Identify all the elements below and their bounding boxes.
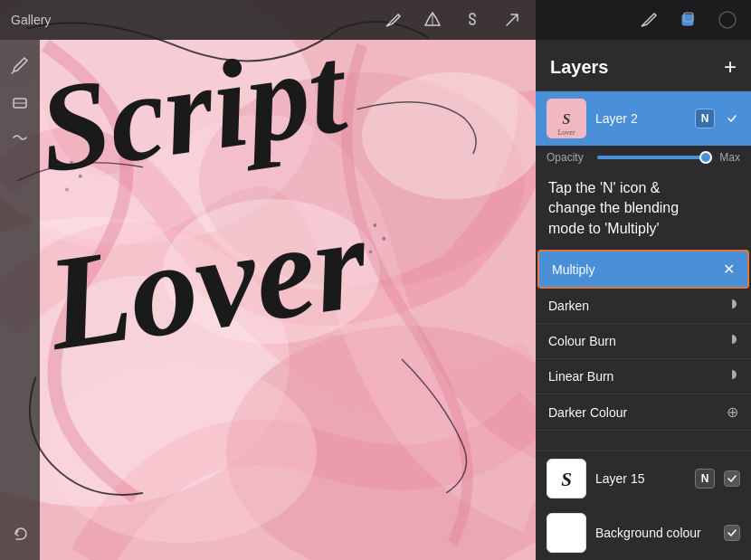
blend-mode-linear-burn-label: Linear Burn — [548, 369, 613, 384]
pencil-edit-icon[interactable] — [635, 7, 661, 33]
svg-text:Lover: Lover — [557, 128, 575, 137]
pen-tool-icon[interactable] — [380, 7, 405, 33]
background-name: Background colour — [595, 526, 715, 540]
ink-pen-icon[interactable] — [420, 7, 445, 33]
layers-bottom: S Layer 15 N Background colour — [536, 451, 751, 560]
opacity-label: Opacity — [547, 151, 590, 164]
blend-mode-colour-burn-icon — [726, 333, 738, 349]
gallery-button[interactable]: Gallery — [11, 13, 51, 27]
blend-mode-darken-icon — [726, 298, 738, 314]
panel-header: Layers + — [536, 40, 751, 91]
panel-top-tools — [536, 0, 751, 40]
svg-text:Script: Script — [31, 19, 356, 199]
svg-point-19 — [719, 12, 736, 28]
layer-15-name: Layer 15 — [595, 471, 686, 486]
blend-mode-multiply[interactable]: Multiply ✕ — [537, 250, 749, 289]
eraser-tool[interactable] — [5, 87, 34, 116]
svg-point-14 — [382, 237, 385, 241]
layer-15-mode-button[interactable]: N — [695, 469, 715, 489]
svg-point-13 — [373, 223, 376, 227]
background-thumb — [547, 513, 586, 553]
svg-point-12 — [65, 188, 69, 192]
undo-button[interactable] — [5, 520, 34, 549]
arrow-tool-icon[interactable] — [499, 7, 525, 33]
background-checkbox[interactable] — [724, 525, 740, 541]
layer-2-row[interactable]: S Lover Layer 2 N — [536, 91, 751, 146]
layers-panel: Layers + S Lover Layer 2 N Opacity Max T — [536, 0, 751, 560]
blend-mode-darken[interactable]: Darken — [536, 289, 751, 324]
layer-2-mode-button[interactable]: N — [695, 109, 715, 128]
layer-2-name: Layer 2 — [595, 111, 686, 126]
instruction-box: Tap the 'N' icon &change the blendingmod… — [536, 169, 751, 250]
layer-2-checkbox[interactable] — [724, 110, 740, 127]
canvas-area: Script Lover Gallery — [0, 0, 536, 560]
left-sidebar — [0, 40, 40, 560]
blend-mode-linear-burn[interactable]: Linear Burn — [536, 359, 751, 394]
blending-modes-list: Multiply ✕ Darken Colour Burn Linear Bur… — [536, 250, 751, 451]
svg-rect-25 — [547, 514, 585, 552]
script-text-overlay: Script Lover — [0, 0, 536, 560]
blend-mode-darker-colour-icon: ⊕ — [727, 403, 738, 421]
blend-mode-darker-colour-label: Darker Colour — [548, 405, 627, 420]
background-colour-row[interactable]: Background colour — [536, 506, 751, 560]
blend-mode-darken-label: Darken — [548, 299, 589, 313]
svg-point-10 — [70, 161, 73, 165]
blend-mode-colour-burn[interactable]: Colour Burn — [536, 324, 751, 359]
color-picker-circle[interactable] — [715, 7, 740, 33]
blend-mode-colour-burn-label: Colour Burn — [548, 334, 616, 348]
blend-mode-linear-burn-icon — [726, 368, 738, 384]
add-layer-button[interactable]: + — [724, 56, 737, 78]
brush-tool[interactable] — [5, 51, 34, 80]
svg-point-15 — [368, 251, 372, 254]
instruction-text: Tap the 'N' icon &change the blendingmod… — [548, 178, 738, 239]
opacity-slider[interactable] — [597, 156, 712, 159]
layer-2-thumb: S Lover — [547, 99, 586, 138]
blend-mode-darker-colour[interactable]: Darker Colour ⊕ — [536, 394, 751, 431]
s-tool-icon[interactable] — [460, 7, 485, 33]
blend-mode-multiply-icon: ✕ — [723, 261, 735, 278]
panel-title: Layers — [550, 57, 609, 78]
opacity-max-label: Max — [719, 151, 740, 164]
svg-text:Lover: Lover — [37, 186, 377, 378]
canvas-toolbar: Gallery — [0, 0, 536, 40]
svg-text:S: S — [563, 111, 571, 127]
layers-panel-icon[interactable] — [675, 7, 700, 33]
layer-15-checkbox[interactable] — [724, 470, 740, 487]
layer-15-row[interactable]: S Layer 15 N — [536, 451, 751, 506]
blend-mode-multiply-label: Multiply — [552, 262, 594, 277]
smudge-tool[interactable] — [5, 123, 34, 152]
opacity-row: Opacity Max — [536, 146, 751, 169]
svg-point-11 — [79, 175, 82, 178]
layer-15-thumb: S — [547, 459, 586, 498]
svg-text:S: S — [561, 469, 572, 490]
